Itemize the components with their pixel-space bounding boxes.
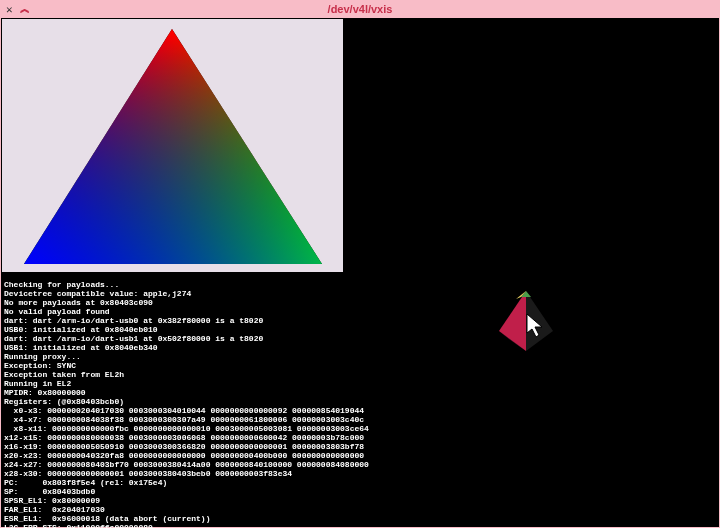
boot-console: Checking for payloads... Devicetree comp… bbox=[4, 280, 719, 527]
opengl-viewport bbox=[2, 19, 343, 272]
rgb-triangle-icon bbox=[2, 19, 343, 272]
window-title: /dev/v4l/vxis bbox=[0, 3, 720, 15]
svg-marker-3 bbox=[24, 29, 322, 264]
window-titlebar[interactable]: ✕ ︽ /dev/v4l/vxis bbox=[0, 0, 720, 18]
window-content: Checking for payloads... Devicetree comp… bbox=[0, 18, 720, 528]
close-icon[interactable]: ✕ bbox=[4, 3, 15, 16]
mouse-cursor-icon bbox=[526, 313, 544, 339]
rollup-icon[interactable]: ︽ bbox=[19, 2, 31, 16]
